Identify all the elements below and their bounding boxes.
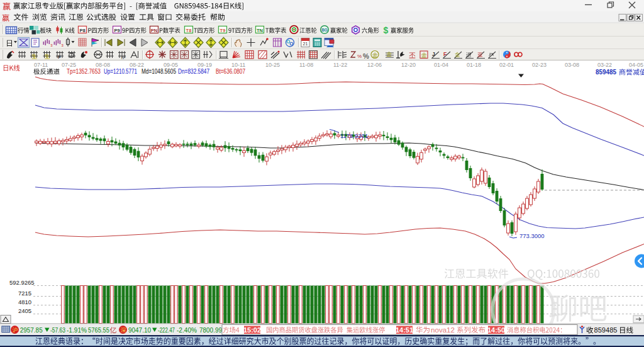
svg-text:-1.91%: -1.91% (67, 326, 87, 334)
svg-text:n²: n² (121, 55, 126, 60)
svg-text:03-22: 03-22 (597, 62, 612, 68)
svg-text:1178.9301: 1178.9301 (340, 132, 368, 139)
svg-text:08-08: 08-08 (96, 62, 110, 68)
svg-text:9047.10: 9047.10 (128, 326, 151, 334)
svg-text:%: % (363, 52, 369, 60)
svg-text:09-05: 09-05 (164, 62, 178, 68)
svg-text:859485: 859485 (594, 326, 618, 334)
svg-text:08-22: 08-22 (130, 62, 144, 68)
svg-text:Tp=1352.7653: Tp=1352.7653 (67, 68, 101, 75)
svg-text:-222.47: -222.47 (158, 326, 175, 334)
svg-text:10-25: 10-25 (265, 62, 280, 68)
svg-text:Md=1048.5605: Md=1048.5605 (142, 68, 176, 75)
svg-text:2405: 2405 (18, 307, 31, 314)
svg-text:T8: T8 (186, 28, 192, 33)
svg-text:11-08: 11-08 (299, 62, 313, 68)
svg-text:F: F (443, 51, 447, 57)
svg-text:09-19: 09-19 (197, 62, 212, 68)
svg-text:2957.85: 2957.85 (20, 326, 43, 334)
svg-text:02-01: 02-01 (499, 62, 514, 68)
svg-text:$: $ (384, 25, 389, 35)
svg-text:07-11: 07-11 (34, 62, 48, 68)
svg-text:21: 21 (303, 42, 308, 46)
svg-text:P9: P9 (114, 28, 119, 33)
svg-text:%: % (357, 54, 362, 59)
svg-text:TN: TN (257, 28, 263, 33)
svg-text:859485: 859485 (596, 68, 616, 76)
svg-text:02-23: 02-23 (532, 62, 547, 68)
svg-text:11-22: 11-22 (333, 62, 347, 68)
svg-text:4810: 4810 (18, 299, 31, 305)
svg-text:7215: 7215 (18, 290, 31, 297)
svg-text:PN: PN (151, 28, 157, 33)
svg-text:01-04: 01-04 (434, 62, 448, 68)
svg-text:F: F (58, 54, 61, 60)
svg-text:J: J (432, 51, 435, 57)
svg-text:-2.40%: -2.40% (177, 326, 197, 334)
svg-text:12-20: 12-20 (401, 62, 416, 68)
svg-text:7800.99: 7800.99 (199, 326, 222, 334)
svg-text:5765.55: 5765.55 (88, 326, 109, 334)
svg-text:04-05: 04-05 (629, 62, 643, 68)
svg-text:07-25: 07-25 (62, 62, 76, 68)
svg-text:592.9265: 592.9265 (9, 279, 35, 286)
svg-text:nova12: nova12 (431, 326, 455, 334)
svg-text:T9: T9 (220, 28, 226, 33)
svg-text:Bt=636.0807: Bt=636.0807 (216, 68, 245, 75)
svg-text:-57.63: -57.63 (50, 326, 65, 334)
svg-text:14:50: 14:50 (487, 326, 505, 334)
svg-text:15:02: 15:02 (243, 326, 261, 334)
svg-text:12-06: 12-06 (367, 62, 382, 68)
svg-text:03-08: 03-08 (565, 62, 579, 68)
svg-text:BG: BG (321, 28, 328, 32)
svg-text:773.3000: 773.3000 (519, 232, 545, 239)
svg-text:P8: P8 (79, 28, 85, 33)
svg-text:Dn=832.5847: Dn=832.5847 (178, 68, 209, 75)
svg-text:10-11: 10-11 (231, 62, 245, 68)
svg-text:01-18: 01-18 (467, 62, 481, 68)
svg-text:14:51: 14:51 (396, 326, 413, 334)
svg-text:Up=1210.5771: Up=1210.5771 (104, 68, 137, 75)
